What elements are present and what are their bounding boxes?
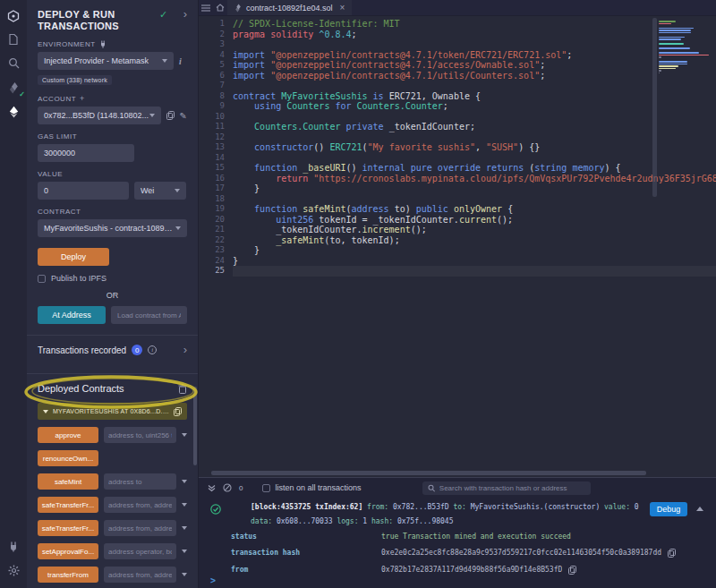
method-args-input[interactable] [104, 520, 176, 536]
account-select[interactable]: 0x782...B53fD (1148.10802... [38, 107, 161, 124]
editor-vertical-scrollbar[interactable] [652, 18, 657, 197]
method-row: safeTransferFr... [38, 497, 187, 513]
expand-method-icon[interactable] [182, 573, 187, 576]
tx-success-icon [210, 504, 221, 515]
copy-instance-icon[interactable] [174, 407, 182, 416]
contract-label: CONTRACT [38, 208, 187, 216]
method-button-safemint[interactable]: safeMint [38, 473, 98, 490]
value-input[interactable] [38, 182, 129, 200]
copy-icon[interactable] [668, 549, 676, 558]
terminal-prompt[interactable]: > [210, 575, 216, 585]
code-lines[interactable]: // SPDX-License-Identifier: MITpragma so… [233, 16, 716, 468]
deploy-button[interactable]: Deploy [38, 248, 109, 266]
method-button-safetransferfr[interactable]: safeTransferFr... [38, 520, 98, 536]
method-args-input[interactable] [104, 427, 176, 443]
tx-data-label: data: [251, 517, 272, 525]
value-unit-select[interactable]: Wei [134, 182, 186, 200]
code-editor: contract-10892f1e04.sol × 12345678910111… [199, 0, 716, 477]
transactions-recorded-row[interactable]: Transactions recorded 0 i › [27, 335, 198, 364]
terminal-search-input[interactable] [439, 484, 585, 492]
add-account-icon[interactable]: + [80, 94, 85, 103]
chevron-down-icon [175, 189, 180, 192]
panel-chevron-icon[interactable]: › [183, 9, 187, 19]
detail-value: 0xe2e0c2a25ec8fc88e28a9c9537d559217c0fcc… [381, 549, 661, 557]
at-address-input[interactable] [111, 306, 187, 324]
editor-body[interactable]: 1234567891011121314151617181920212223242… [199, 16, 716, 468]
search-icon[interactable] [0, 51, 27, 75]
solidity-compiler-icon[interactable]: ✓ [0, 75, 27, 99]
method-button-approve[interactable]: approve [38, 427, 98, 443]
detail-value: true Transaction mined and execution suc… [381, 533, 571, 541]
deploy-run-icon[interactable] [0, 99, 27, 124]
tx-logs-value: 1 [362, 517, 367, 525]
clear-instances-icon[interactable] [178, 384, 187, 394]
tab-contract-file[interactable]: contract-10892f1e04.sol × [227, 0, 352, 15]
toggle-terminal-icon[interactable] [208, 484, 216, 492]
instance-expand-icon [43, 410, 48, 413]
home-icon[interactable] [213, 0, 227, 15]
plugin-manager-icon[interactable] [0, 534, 27, 558]
account-label: ACCOUNT + [38, 94, 187, 103]
tx-summary-row[interactable]: [block:4353725 txIndex:62] from: 0x782..… [251, 502, 709, 516]
contract-select[interactable]: MyFavoriteSushis - contract-10892f... [38, 219, 187, 237]
deployed-contracts-header: Deployed Contracts [27, 373, 198, 401]
method-row: transferFrom [38, 567, 187, 583]
value-label: VALUE [38, 170, 187, 178]
terminal-search[interactable] [422, 481, 591, 495]
environment-info-icon[interactable]: i [179, 56, 182, 66]
method-button-transferfrom[interactable]: transferFrom [38, 567, 98, 583]
method-button-setapprovalfo[interactable]: setApprovalFo... [38, 543, 98, 559]
settings-icon[interactable] [0, 558, 27, 583]
copy-account-icon[interactable] [166, 111, 175, 120]
at-address-button[interactable]: At Address [38, 306, 106, 324]
plug-icon [99, 40, 107, 48]
transactions-info-icon[interactable]: i [148, 345, 157, 354]
method-args-input[interactable] [104, 567, 176, 583]
deployed-instance-header[interactable]: MYFAVORITESUSHIS AT 0X8D6...D... (BLOCKC… [38, 403, 187, 420]
tx-value-value: 0 wei [635, 503, 643, 511]
method-button-safetransferfr[interactable]: safeTransferFr... [38, 497, 98, 513]
deploy-run-panel: DEPLOY & RUN TRANSACTIONS ✓ › ENVIRONMEN… [27, 0, 199, 588]
expand-method-icon[interactable] [182, 503, 187, 507]
tx-hash-value: 0x75f...98045 [397, 517, 454, 525]
listen-all-transactions-checkbox[interactable] [262, 484, 270, 492]
expand-method-icon[interactable] [182, 433, 187, 437]
method-button-renounceown[interactable]: renounceOwn... [38, 450, 98, 466]
close-tab-icon[interactable]: × [340, 3, 345, 13]
method-row: safeTransferFr... [38, 520, 187, 536]
detail-key: transaction hash [231, 549, 381, 557]
sign-message-icon[interactable]: ✎ [180, 111, 187, 121]
sidebar-scrollbar[interactable] [193, 387, 197, 465]
tx-detail-row: from0x782b17e2837A117d9d499b88f56a9Df14e… [231, 566, 709, 575]
environment-select[interactable]: Injected Provider - Metamask [38, 52, 174, 70]
transactions-count-badge: 0 [132, 345, 142, 355]
method-args-input[interactable] [104, 473, 176, 490]
method-args-input[interactable] [104, 497, 176, 513]
tx-details: statustrue Transaction mined and executi… [231, 533, 709, 575]
file-explorer-icon[interactable] [0, 27, 27, 51]
editor-horizontal-scrollbar[interactable] [211, 471, 646, 475]
chevron-right-icon[interactable]: › [183, 345, 187, 354]
publish-ipfs-checkbox[interactable] [38, 275, 46, 283]
minimap[interactable] [659, 19, 712, 77]
debug-button[interactable]: Debug [650, 502, 687, 516]
expand-method-icon[interactable] [182, 480, 187, 483]
collapse-tx-icon[interactable] [696, 507, 703, 511]
expand-method-icon[interactable] [182, 526, 187, 530]
hidden-transactions-icon[interactable] [223, 483, 232, 492]
method-list: approverenounceOwn...safeMintsafeTransfe… [27, 427, 198, 588]
publish-ipfs-label: Publish to IPFS [51, 274, 107, 283]
instance-label: MYFAVORITESUSHIS AT 0X8D6...D... (BLOCKC… [53, 408, 169, 414]
copy-icon[interactable] [568, 566, 576, 575]
expand-method-icon[interactable] [182, 550, 187, 553]
gas-limit-input[interactable] [38, 144, 134, 162]
terminal: 0 listen on all transactions [block:4353… [199, 477, 716, 588]
remix-logo [0, 5, 27, 27]
method-args-input[interactable] [104, 543, 176, 559]
tx-from-value: 0x782...B53fD [393, 503, 449, 511]
hamburger-menu-icon[interactable] [199, 0, 213, 15]
chevron-down-icon [149, 114, 155, 117]
deployed-contracts-title: Deployed Contracts [38, 383, 124, 394]
tx-hash-label: hash: [371, 517, 393, 525]
method-row: safeMint [38, 473, 187, 490]
